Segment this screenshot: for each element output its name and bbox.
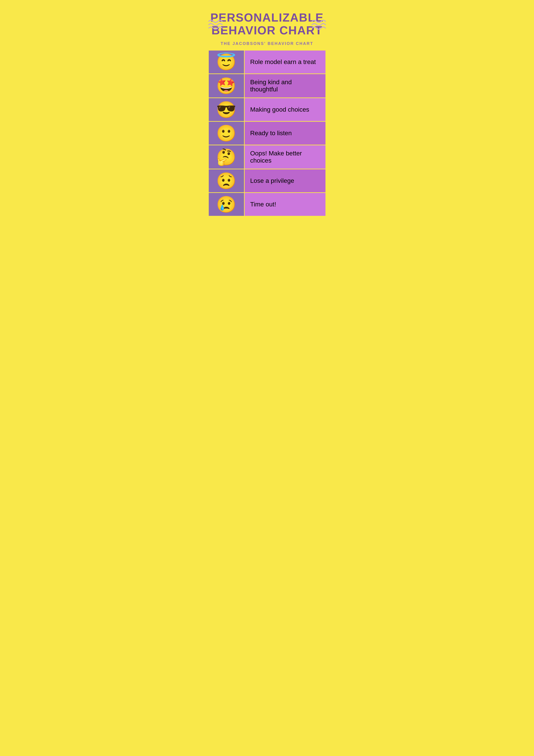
chart-row: 🤔Oops! Make better choices xyxy=(209,145,325,169)
behavior-emoji: 😇 xyxy=(216,54,236,70)
chart-row: 😎Making good choices xyxy=(209,98,325,122)
chart-row: 😢Time out! xyxy=(209,193,325,216)
behavior-emoji: 😎 xyxy=(216,101,236,118)
behavior-emoji: 😢 xyxy=(216,196,236,212)
page: PERSONALIZABLE BEHAVIOR CHART THE JACOBS… xyxy=(200,5,335,227)
header: PERSONALIZABLE BEHAVIOR CHART xyxy=(209,11,325,37)
emoji-cell: 😟 xyxy=(209,169,245,192)
emoji-cell: 😎 xyxy=(209,98,245,121)
behavior-emoji: 🤩 xyxy=(216,78,236,94)
emoji-cell: 🙂 xyxy=(209,122,245,145)
behavior-label: Ready to listen xyxy=(245,122,325,145)
wave-right-decoration xyxy=(310,18,328,32)
behavior-label: Time out! xyxy=(245,193,325,216)
behavior-chart: 😇Role model earn a treat🤩Being kind and … xyxy=(209,50,325,216)
emoji-cell: 🤔 xyxy=(209,145,245,169)
wave-left-decoration xyxy=(207,18,224,32)
behavior-label: Lose a privilege xyxy=(245,169,325,192)
subtitle: THE JACOBSONS' BEHAVIOR CHART xyxy=(209,41,325,46)
chart-row: 🙂Ready to listen xyxy=(209,122,325,145)
page-title: PERSONALIZABLE BEHAVIOR CHART xyxy=(209,11,325,37)
behavior-emoji: 😟 xyxy=(216,173,236,189)
behavior-label: Oops! Make better choices xyxy=(245,145,325,169)
chart-row: 😇Role model earn a treat xyxy=(209,50,325,74)
behavior-emoji: 🙂 xyxy=(216,125,236,141)
behavior-emoji: 🤔 xyxy=(216,149,236,165)
emoji-cell: 😇 xyxy=(209,50,245,73)
behavior-label: Making good choices xyxy=(245,98,325,121)
emoji-cell: 🤩 xyxy=(209,74,245,97)
behavior-label: Role model earn a treat xyxy=(245,50,325,73)
chart-row: 😟Lose a privilege xyxy=(209,169,325,193)
behavior-label: Being kind and thoughtful xyxy=(245,74,325,97)
emoji-cell: 😢 xyxy=(209,193,245,216)
chart-row: 🤩Being kind and thoughtful xyxy=(209,74,325,98)
